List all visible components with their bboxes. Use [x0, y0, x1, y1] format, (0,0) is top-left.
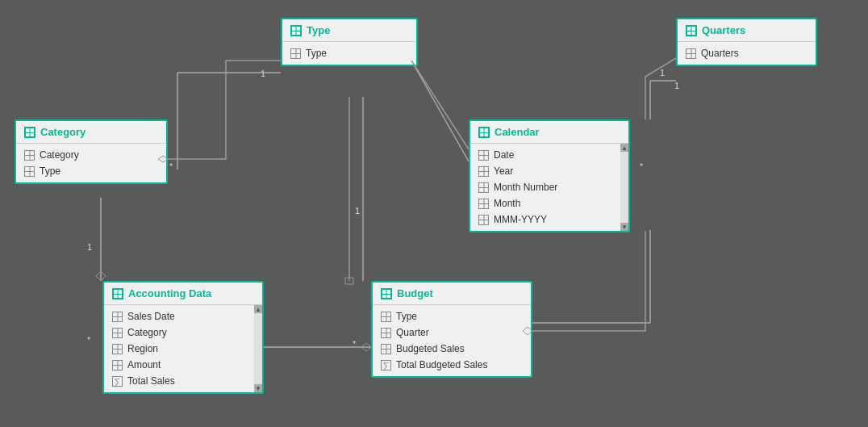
- table-accounting-icon: [112, 288, 123, 299]
- cardinality-type-budget-1: 1: [355, 206, 360, 216]
- table-row: Month Number: [470, 179, 628, 195]
- table-row: Region: [104, 341, 262, 357]
- table-row: Quarters: [678, 45, 816, 61]
- field-label: Quarters: [701, 48, 739, 59]
- table-row: Category: [104, 324, 262, 341]
- table-type-title: Type: [307, 24, 330, 36]
- table-type: Type Type: [281, 18, 418, 66]
- table-quarters-header: Quarters: [678, 19, 816, 42]
- table-row: Type: [373, 308, 531, 324]
- table-budget-icon: [381, 288, 392, 299]
- table-row: ∑ Total Sales: [104, 373, 262, 389]
- scroll-down[interactable]: ▼: [620, 223, 628, 231]
- table-budget-header: Budget: [373, 283, 531, 305]
- table-category-header: Category: [16, 121, 166, 144]
- cardinality-calendar-star: *: [640, 161, 643, 171]
- field-icon: [686, 48, 696, 59]
- field-label: Amount: [127, 359, 161, 370]
- table-type-icon: [290, 25, 302, 36]
- table-accounting-body: Sales Date Category Region Amount ∑ Tota…: [104, 305, 262, 392]
- table-quarters-icon: [686, 25, 697, 36]
- field-icon: [112, 344, 123, 354]
- cardinality-type-category-star: *: [169, 161, 173, 171]
- table-quarters-body: Quarters: [678, 42, 816, 65]
- cardinality-category-accounting-1: 1: [87, 242, 92, 252]
- field-icon: [112, 360, 123, 370]
- field-icon: [478, 215, 489, 225]
- field-icon: [24, 166, 35, 177]
- table-row: Amount: [104, 357, 262, 373]
- field-label: Month Number: [494, 182, 557, 193]
- field-icon: [381, 344, 391, 354]
- field-icon: [112, 312, 123, 322]
- table-accounting: Accounting Data Sales Date Category Regi…: [102, 281, 264, 394]
- cardinality-budget-star: *: [353, 339, 356, 349]
- scroll-up[interactable]: ▲: [620, 144, 628, 152]
- table-calendar-body: Date Year Month Number Month MMM-YYYY ▲: [470, 144, 628, 231]
- field-label: Category: [127, 327, 167, 338]
- field-label: MMM-YYYY: [494, 214, 547, 225]
- field-label: Type: [396, 311, 417, 322]
- field-icon: [112, 328, 123, 338]
- field-icon: [478, 199, 489, 209]
- table-category-icon: [24, 127, 35, 138]
- table-budget-body: Type Quarter Budgeted Sales ∑ Total Budg…: [373, 305, 531, 376]
- field-label: Sales Date: [127, 311, 175, 322]
- table-row: Type: [282, 45, 416, 61]
- table-category-title: Category: [40, 126, 86, 138]
- table-row: Quarter: [373, 324, 531, 341]
- table-row: Month: [470, 195, 628, 211]
- field-label: Category: [40, 149, 79, 161]
- cardinality-type-category-1: 1: [261, 69, 265, 78]
- table-category-body: Category Type: [16, 144, 166, 182]
- table-row: Type: [16, 163, 166, 179]
- cardinality-quarters-1b: 1: [674, 81, 679, 90]
- scroll-up[interactable]: ▲: [254, 305, 262, 313]
- field-label: Total Sales: [127, 375, 175, 387]
- table-accounting-header: Accounting Data: [104, 283, 262, 305]
- field-label: Month: [494, 198, 520, 209]
- field-icon: [478, 182, 489, 193]
- svg-marker-12: [96, 271, 106, 281]
- table-calendar-icon: [478, 127, 490, 138]
- table-row: ∑ Total Budgeted Sales: [373, 357, 531, 373]
- sigma-icon: ∑: [381, 360, 391, 370]
- field-icon: [381, 312, 391, 322]
- field-label: Quarter: [396, 327, 429, 338]
- table-budget-title: Budget: [397, 287, 433, 299]
- field-label: Year: [494, 165, 513, 177]
- field-icon: [478, 150, 489, 161]
- field-label: Date: [494, 149, 514, 161]
- table-row: MMM-YYYY: [470, 211, 628, 228]
- table-row: Sales Date: [104, 308, 262, 324]
- svg-marker-13: [361, 343, 371, 351]
- table-calendar-header: Calendar: [470, 121, 628, 144]
- table-category: Category Category Type: [15, 119, 168, 184]
- table-row: Date: [470, 147, 628, 163]
- field-label: Type: [306, 48, 327, 59]
- table-quarters: Quarters Quarters: [676, 18, 817, 66]
- field-label: Total Budgeted Sales: [396, 359, 487, 370]
- table-budget: Budget Type Quarter Budgeted Sales ∑ Tot…: [371, 281, 532, 378]
- field-label: Region: [127, 343, 158, 354]
- table-row: Category: [16, 147, 166, 163]
- table-type-header: Type: [282, 19, 416, 42]
- cardinality-quarters-1a: 1: [660, 68, 665, 77]
- table-type-body: Type: [282, 42, 416, 65]
- field-label: Type: [40, 165, 61, 177]
- svg-line-9: [411, 61, 469, 161]
- sigma-icon: ∑: [112, 376, 123, 387]
- field-icon: [24, 150, 35, 161]
- field-icon: [290, 48, 301, 59]
- svg-rect-11: [345, 278, 353, 284]
- scroll-down[interactable]: ▼: [254, 384, 262, 392]
- table-row: Year: [470, 163, 628, 179]
- field-icon: [381, 328, 391, 338]
- field-icon: [478, 166, 489, 177]
- table-calendar-title: Calendar: [495, 126, 540, 138]
- field-label: Budgeted Sales: [396, 343, 465, 354]
- table-accounting-title: Accounting Data: [128, 287, 211, 299]
- table-row: Budgeted Sales: [373, 341, 531, 357]
- cardinality-category-accounting-star: *: [87, 335, 90, 345]
- table-quarters-title: Quarters: [702, 24, 745, 36]
